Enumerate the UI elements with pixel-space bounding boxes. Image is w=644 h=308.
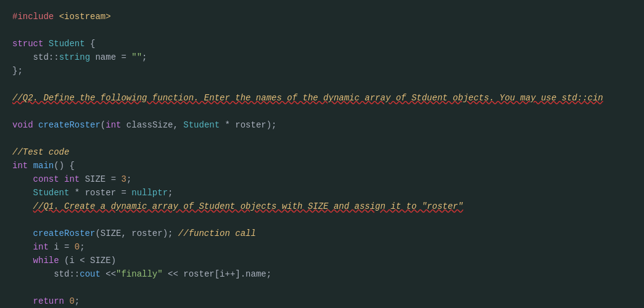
line-struct-open: struct Student { — [12, 37, 632, 51]
code-editor: #include <iostream> struct Student { std… — [0, 0, 644, 308]
line-blank1 — [12, 23, 632, 37]
line-roster-decl: Student * roster = nullptr; — [12, 186, 632, 200]
line-main-open: int main() { — [12, 159, 632, 172]
directive: #include — [12, 10, 54, 23]
line-struct-close: }; — [12, 64, 632, 78]
line-struct-member: std::string name = ""; — [12, 51, 632, 64]
line-func-decl: void createRoster(int classSize, Student… — [12, 118, 632, 132]
line-q2-comment: //Q2. Define the following function. Ent… — [12, 91, 632, 105]
line-test-comment: //Test code — [12, 145, 632, 159]
line-blank5 — [12, 213, 632, 227]
line-blank6 — [12, 281, 632, 294]
line-return: return 0; — [12, 294, 632, 308]
line-while: while (i < SIZE) — [12, 254, 632, 267]
line-blank2 — [12, 78, 632, 91]
line-cout: std::cout <<"finally" << roster[i++].nam… — [12, 267, 632, 281]
line-create-call: createRoster(SIZE, roster); //function c… — [12, 227, 632, 240]
line-int-i: int i = 0; — [12, 240, 632, 254]
line-q1-comment: //Q1. Create a dynamic array of Student … — [12, 200, 632, 213]
line-include: #include <iostream> — [12, 10, 632, 23]
line-blank4 — [12, 132, 632, 145]
line-blank3 — [12, 105, 632, 118]
line-const-size: const int SIZE = 3; — [12, 172, 632, 186]
